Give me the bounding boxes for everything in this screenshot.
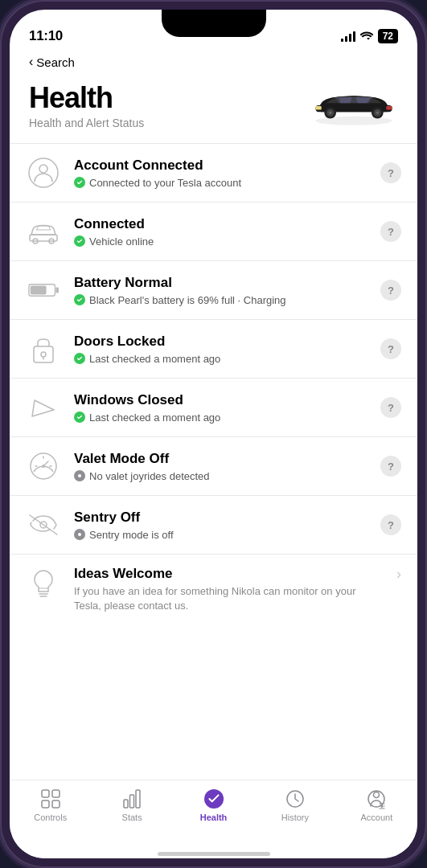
windows-status-dot (74, 411, 85, 423)
health-item-valet[interactable]: Valet Mode Off No valet joyrides detecte… (10, 437, 417, 496)
ideas-content: Ideas Welcome If you have an idea for so… (74, 566, 384, 613)
doors-title: Doors Locked (74, 333, 367, 350)
health-item-windows[interactable]: Windows Closed Last checked a moment ago… (10, 379, 417, 437)
connected-help-button[interactable]: ? (380, 221, 401, 242)
svg-point-10 (39, 165, 47, 173)
svg-point-18 (41, 352, 46, 357)
svg-point-3 (329, 111, 332, 114)
history-tab-label: History (281, 813, 309, 822)
status-time: 11:10 (29, 28, 63, 44)
tab-account[interactable]: Account (336, 788, 417, 822)
account-content: Account Connected Connected to your Tesl… (74, 157, 367, 188)
nav-back: ‹ Search (10, 51, 417, 76)
svg-rect-16 (31, 286, 47, 295)
back-chevron-icon: ‹ (29, 55, 33, 69)
main-content: Health Health and Alert Status (10, 76, 417, 780)
valet-content: Valet Mode Off No valet joyrides detecte… (74, 450, 367, 481)
tab-health[interactable]: Health (173, 788, 254, 822)
account-tab-icon (366, 788, 387, 809)
car-icon (28, 219, 59, 244)
health-item-doors[interactable]: Doors Locked Last checked a moment ago ? (10, 320, 417, 379)
speedometer-icon-wrap (26, 448, 61, 484)
connected-title: Connected (74, 215, 367, 233)
account-title: Account Connected (74, 157, 367, 174)
windows-status-text: Last checked a moment ago (89, 411, 220, 424)
windows-status: Last checked a moment ago (74, 411, 367, 424)
svg-rect-11 (30, 235, 57, 241)
connected-content: Connected Vehicle online (74, 215, 367, 247)
svg-rect-33 (52, 790, 60, 797)
svg-rect-17 (34, 346, 53, 362)
battery-status-row: Black Pearl's battery is 69% full · Char… (74, 294, 367, 306)
status-icons: 72 (341, 29, 398, 43)
svg-rect-7 (315, 106, 321, 110)
speedometer-icon (28, 451, 59, 481)
tab-bar: Controls Stats (10, 780, 417, 852)
health-item-ideas[interactable]: Ideas Welcome If you have an idea for so… (10, 555, 417, 624)
health-list: Account Connected Connected to your Tesl… (10, 143, 417, 624)
svg-rect-36 (124, 800, 128, 808)
connected-status-text: Vehicle online (89, 235, 154, 248)
home-bar (158, 852, 270, 856)
back-button[interactable]: ‹ Search (29, 55, 398, 69)
tab-history[interactable]: History (254, 788, 335, 822)
notch (162, 10, 266, 37)
svg-rect-35 (52, 800, 60, 808)
svg-point-26 (78, 474, 81, 477)
phone-shell: 11:10 72 (0, 0, 427, 868)
connected-status-dot (74, 235, 85, 247)
health-item-connected[interactable]: Connected Vehicle online ? (10, 203, 417, 261)
health-tab-icon (203, 788, 224, 809)
valet-status: No valet joyrides detected (74, 470, 367, 482)
status-bar: 11:10 72 (10, 10, 417, 51)
home-indicator (10, 852, 417, 858)
history-tab-icon (285, 788, 306, 809)
lock-icon-wrap (26, 331, 61, 366)
person-icon (28, 158, 59, 188)
controls-tab-label: Controls (34, 813, 67, 822)
controls-tab-icon (40, 788, 61, 809)
account-help-button[interactable]: ? (380, 162, 401, 183)
car-image (310, 82, 398, 130)
valet-title: Valet Mode Off (74, 450, 367, 468)
doors-help-button[interactable]: ? (380, 338, 401, 359)
health-item-account[interactable]: Account Connected Connected to your Tesl… (10, 144, 417, 203)
battery-status-text: Black Pearl's battery is 69% full · Char… (89, 294, 286, 306)
lightbulb-icon (31, 567, 56, 600)
window-icon (28, 392, 59, 423)
connected-status: Vehicle online (74, 235, 367, 248)
account-status: Connected to your Tesla account (74, 177, 367, 189)
health-item-battery[interactable]: Battery Normal Black Pearl's battery is … (10, 261, 417, 320)
svg-point-0 (315, 117, 392, 125)
car-icon-wrap (26, 214, 61, 249)
battery-content: Battery Normal Black Pearl's battery is … (74, 274, 367, 305)
sentry-help-button[interactable]: ? (380, 514, 401, 535)
windows-content: Windows Closed Last checked a moment ago (74, 391, 367, 423)
sentry-status: Sentry mode is off (74, 529, 367, 541)
lock-icon (31, 334, 55, 364)
svg-point-6 (376, 111, 380, 114)
battery-status-dot (74, 294, 85, 305)
page-header: Health Health and Alert Status (10, 76, 417, 143)
sentry-status-dot (74, 529, 85, 540)
windows-help-button[interactable]: ? (380, 397, 401, 418)
valet-help-button[interactable]: ? (380, 456, 401, 477)
ideas-title: Ideas Welcome (74, 566, 384, 582)
account-tab-label: Account (360, 813, 392, 822)
windows-title: Windows Closed (74, 391, 367, 409)
svg-rect-38 (136, 790, 140, 808)
doors-status-text: Last checked a moment ago (89, 353, 220, 365)
account-icon-wrap (26, 155, 61, 190)
header-text: Health Health and Alert Status (29, 82, 144, 129)
svg-rect-32 (42, 790, 49, 797)
page-title: Health (29, 82, 144, 114)
health-tab-label: Health (200, 813, 228, 822)
eye-off-icon-wrap (26, 507, 61, 542)
doors-content: Doors Locked Last checked a moment ago (74, 333, 367, 364)
health-item-sentry[interactable]: Sentry Off Sentry mode is off ? (10, 496, 417, 555)
battery-help-button[interactable]: ? (380, 280, 401, 301)
doors-status: Last checked a moment ago (74, 353, 367, 365)
svg-rect-37 (130, 795, 134, 808)
tab-stats[interactable]: Stats (91, 788, 172, 822)
tab-controls[interactable]: Controls (10, 788, 91, 822)
